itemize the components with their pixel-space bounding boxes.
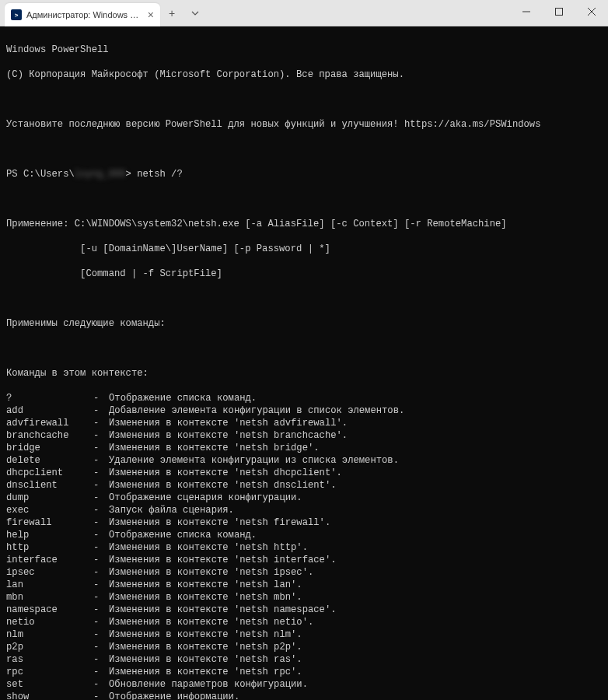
command-name: dnsclient	[6, 479, 93, 492]
command-name: mbn	[6, 591, 93, 604]
command-row: help- Отображение списка команд.	[6, 529, 602, 541]
command-row: p2p- Изменения в контексте 'netsh p2p'.	[6, 641, 602, 653]
command-desc: Изменения в контексте 'netsh firewall'.	[109, 516, 330, 529]
command-row: branchcache- Изменения в контексте 'nets…	[6, 429, 602, 442]
command-row: firewall- Изменения в контексте 'netsh f…	[6, 516, 602, 529]
command-desc: Изменения в контексте 'netsh rpc'.	[109, 666, 302, 678]
command-desc: Отображение списка команд.	[109, 392, 257, 404]
command-name: ipsec	[6, 566, 93, 579]
output-line	[6, 143, 602, 156]
close-tab-button[interactable]: ×	[148, 9, 154, 20]
chevron-down-icon	[190, 9, 200, 18]
command-desc: Изменения в контексте 'netsh bridge'.	[109, 442, 320, 454]
command-name: netio	[6, 616, 93, 628]
command-desc: Изменения в контексте 'netsh branchcache…	[109, 429, 348, 442]
titlebar: > Администратор: Windows Powe × +	[0, 0, 608, 26]
command-desc: Изменения в контексте 'netsh mbn'.	[109, 591, 302, 604]
command-name: bridge	[6, 442, 93, 454]
command-row: interface- Изменения в контексте 'netsh …	[6, 554, 602, 566]
minimize-icon	[522, 8, 530, 16]
command-row: ras- Изменения в контексте 'netsh ras'.	[6, 653, 602, 666]
command-name: set	[6, 678, 93, 691]
command-desc: Изменения в контексте 'netsh http'.	[109, 541, 308, 554]
output-line: Установите последнюю версию PowerShell д…	[6, 118, 602, 131]
command-row: bridge- Изменения в контексте 'netsh bri…	[6, 442, 602, 454]
command-name: interface	[6, 554, 93, 566]
output-line: [Command | -f ScriptFile]	[6, 268, 602, 280]
command-row: dhcpclient- Изменения в контексте 'netsh…	[6, 467, 602, 479]
command-row: nlm- Изменения в контексте 'netsh nlm'.	[6, 628, 602, 641]
command-row: add- Добавление элемента конфигурации в …	[6, 404, 602, 417]
close-window-button[interactable]	[575, 0, 608, 23]
command-row: delete- Удаление элемента конфигурации и…	[6, 454, 602, 467]
command-desc: Добавление элемента конфигурации в списо…	[109, 404, 404, 417]
command-name: add	[6, 404, 93, 417]
output-line	[6, 193, 602, 205]
output-line: Применение: C:\WINDOWS\system32\netsh.ex…	[6, 218, 602, 230]
active-tab[interactable]: > Администратор: Windows Powe ×	[5, 3, 160, 26]
command-desc: Изменения в контексте 'netsh p2p'.	[109, 641, 302, 653]
command-name: show	[6, 691, 93, 700]
command-desc: Удаление элемента конфигурации из списка…	[109, 454, 399, 467]
command-desc: Запуск файла сценария.	[109, 504, 234, 516]
command-name: firewall	[6, 516, 93, 529]
command-desc: Изменения в контексте 'netsh namespace'.	[109, 604, 337, 616]
window-controls	[510, 0, 608, 23]
svg-rect-0	[556, 9, 563, 16]
command-name: ?	[6, 392, 93, 404]
command-name: ras	[6, 653, 93, 666]
maximize-icon	[555, 8, 563, 16]
command-row: ?- Отображение списка команд.	[6, 392, 602, 404]
command-row: namespace- Изменения в контексте 'netsh …	[6, 604, 602, 616]
output-line: (C) Корпорация Майкрософт (Microsoft Cor…	[6, 68, 602, 81]
command-desc: Изменения в контексте 'netsh dnsclient'.	[109, 479, 337, 492]
output-line: Windows PowerShell	[6, 44, 602, 56]
command-desc: Изменения в контексте 'netsh netio'.	[109, 616, 313, 628]
command-name: exec	[6, 504, 93, 516]
command-desc: Изменения в контексте 'netsh ras'.	[109, 653, 302, 666]
command-name: lan	[6, 579, 93, 591]
command-desc: Изменения в контексте 'netsh advfirewall…	[109, 417, 348, 429]
output-line: [-u [DomainName\]UserName] [-p Password …	[6, 243, 602, 255]
command-name: namespace	[6, 604, 93, 616]
output-line	[6, 292, 602, 305]
command-row: advfirewall- Изменения в контексте 'nets…	[6, 417, 602, 429]
command-name: rpc	[6, 666, 93, 678]
output-line: Команды в этом контексте:	[6, 367, 602, 380]
command-desc: Изменения в контексте 'netsh lan'.	[109, 579, 302, 591]
command-desc: Изменения в контексте 'netsh nlm'.	[109, 628, 302, 641]
command-row: ipsec- Изменения в контексте 'netsh ipse…	[6, 566, 602, 579]
command-row: show- Отображение информации.	[6, 691, 602, 700]
powershell-icon: >	[11, 9, 22, 20]
command-row: exec- Запуск файла сценария.	[6, 504, 602, 516]
command-desc: Изменения в контексте 'netsh dhcpclient'…	[109, 467, 342, 479]
output-line	[6, 93, 602, 106]
tab-dropdown-button[interactable]	[183, 2, 207, 25]
command-row: set- Обновление параметров конфигурации.	[6, 678, 602, 691]
command-name: dhcpclient	[6, 467, 93, 479]
output-line: Применимы следующие команды:	[6, 317, 602, 330]
new-tab-button[interactable]: +	[160, 2, 183, 25]
command-name: nlm	[6, 628, 93, 641]
tab-title: Администратор: Windows Powe	[26, 10, 143, 19]
command-name: help	[6, 529, 93, 541]
maximize-button[interactable]	[543, 0, 575, 23]
command-desc: Изменения в контексте 'netsh ipsec'.	[109, 566, 313, 579]
command-row: lan- Изменения в контексте 'netsh lan'.	[6, 579, 602, 591]
close-icon	[588, 8, 596, 16]
prompt-line: PS C:\Users\loyng_000> netsh /?	[6, 168, 602, 180]
command-row: rpc- Изменения в контексте 'netsh rpc'.	[6, 666, 602, 678]
command-name: branchcache	[6, 429, 93, 442]
output-line	[6, 342, 602, 355]
command-row: dump- Отображение сценария конфигурации.	[6, 492, 602, 504]
command-name: advfirewall	[6, 417, 93, 429]
command-desc: Изменения в контексте 'netsh interface'.	[109, 554, 337, 566]
command-row: mbn- Изменения в контексте 'netsh mbn'.	[6, 591, 602, 604]
command-desc: Обновление параметров конфигурации.	[109, 678, 308, 691]
command-name: p2p	[6, 641, 93, 653]
minimize-button[interactable]	[510, 0, 543, 23]
command-row: dnsclient- Изменения в контексте 'netsh …	[6, 479, 602, 492]
terminal-output[interactable]: Windows PowerShell (C) Корпорация Майкро…	[0, 26, 608, 700]
command-name: delete	[6, 454, 93, 467]
command-name: dump	[6, 492, 93, 504]
